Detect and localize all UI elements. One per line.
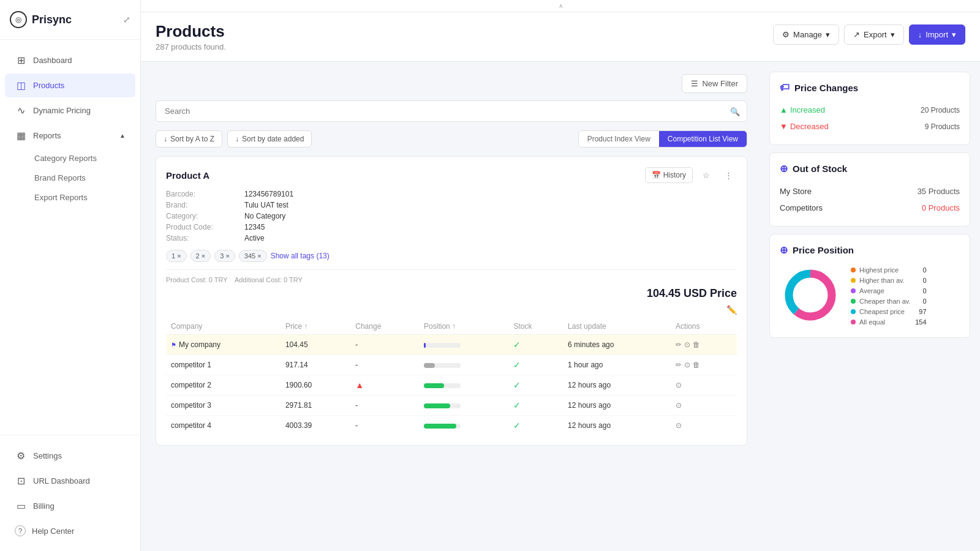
tag-2[interactable]: 2 × — [190, 250, 211, 262]
stock-check-icon: ✓ — [513, 360, 521, 370]
cell-position — [419, 355, 508, 375]
legend-label: Higher than av. — [859, 277, 911, 284]
sidebar-label-billing: Billing — [33, 501, 126, 511]
info-icon[interactable]: ⊙ — [676, 381, 682, 389]
legend-label: All equal — [859, 318, 911, 326]
sidebar-label-help: Help Center — [32, 527, 126, 536]
clock-icon[interactable]: ⊙ — [684, 340, 690, 349]
sidebar-item-reports[interactable]: ▦ Reports ▲ — [5, 124, 135, 148]
competition-list-view-button[interactable]: Competition List View — [659, 131, 747, 147]
donut-chart — [780, 264, 841, 328]
logo-icon: ◎ — [10, 11, 27, 28]
edit-icon[interactable]: ✏ — [676, 361, 682, 369]
tag-3[interactable]: 3 × — [214, 250, 235, 262]
info-icon[interactable]: ⊙ — [676, 401, 682, 410]
out-of-stock-icon: ⊕ — [780, 163, 788, 174]
product-index-view-button[interactable]: Product Index View — [579, 131, 659, 147]
brand-value: Tulu UAT test — [244, 201, 737, 209]
row-actions: ⊙ — [676, 421, 732, 430]
legend-value: 154 — [914, 318, 927, 326]
cell-stock: ✓ — [508, 375, 563, 395]
cell-change: - — [350, 335, 419, 355]
delete-icon[interactable]: 🗑 — [693, 340, 700, 349]
company-flag-icon: ⚑ — [171, 342, 176, 348]
star-button[interactable]: ☆ — [698, 167, 715, 184]
cell-stock: ✓ — [508, 355, 563, 375]
cell-company: competitor 1 — [166, 355, 281, 375]
out-of-stock-card: ⊕ Out of Stock My Store 35 Products Comp… — [769, 152, 970, 227]
cell-last-update: 12 hours ago — [563, 395, 671, 416]
main-area: ∧ Products 287 products found. ⚙ Manage … — [141, 0, 980, 551]
sort-az-icon: ↓ — [164, 135, 167, 143]
sidebar-item-brand-reports[interactable]: Brand Reports — [27, 168, 135, 187]
col-stock: Stock — [508, 318, 563, 335]
page-subtitle: 287 products found. — [156, 42, 226, 51]
price-main: 104.45 USD Price — [166, 287, 737, 300]
top-collapse-bar[interactable]: ∧ — [141, 0, 980, 12]
clock-icon[interactable]: ⊙ — [684, 361, 690, 369]
status-value: Active — [244, 234, 737, 242]
billing-icon: ▭ — [15, 500, 27, 512]
sidebar-item-products[interactable]: ◫ Products — [5, 73, 135, 97]
delete-icon[interactable]: 🗑 — [693, 361, 700, 369]
col-company: Company — [166, 318, 281, 335]
help-icon: ? — [15, 525, 26, 536]
search-input[interactable] — [156, 100, 747, 122]
price-position-title: ⊕ Price Position — [780, 244, 960, 256]
export-button[interactable]: ↗ Export ▾ — [844, 24, 904, 45]
manage-chevron-icon: ▾ — [826, 30, 830, 39]
legend-item: All equal 154 — [851, 318, 927, 326]
sidebar-item-category-reports[interactable]: Category Reports — [27, 149, 135, 168]
tag-1[interactable]: 1 × — [166, 250, 187, 262]
position-bar — [424, 363, 461, 368]
decreased-count: 9 Products — [925, 122, 960, 131]
sidebar-item-help[interactable]: ? Help Center — [5, 519, 135, 542]
sort-date-button[interactable]: ↓ Sort by date added — [227, 130, 312, 148]
competitors-label: Competitors — [780, 203, 823, 212]
edit-icon[interactable]: ✏ — [676, 340, 682, 349]
collapse-button[interactable]: ⤢ — [123, 15, 130, 24]
reports-submenu: Category Reports Brand Reports Export Re… — [0, 149, 140, 207]
export-chevron-icon: ▾ — [891, 30, 895, 39]
content-area: ☰ New Filter 🔍 ↓ Sort by A to Z — [141, 62, 980, 551]
cell-last-update: 1 hour ago — [563, 355, 671, 375]
sidebar-item-url-dashboard[interactable]: ⊡ URL Dashboard — [5, 469, 135, 493]
import-button[interactable]: ↓ Import ▾ — [909, 24, 965, 45]
sidebar-item-billing[interactable]: ▭ Billing — [5, 494, 135, 518]
col-price: Price ↑ — [281, 318, 350, 335]
sort-az-button[interactable]: ↓ Sort by A to Z — [156, 130, 222, 148]
cell-change: - — [350, 355, 419, 375]
product-info: Barcode: 123456789101 Brand: Tulu UAT te… — [166, 190, 737, 242]
info-icon[interactable]: ⊙ — [676, 421, 682, 430]
left-panel: ☰ New Filter 🔍 ↓ Sort by A to Z — [141, 62, 760, 551]
legend-item: Highest price 0 — [851, 266, 927, 274]
cell-price: 104.45 — [281, 335, 350, 355]
tag-345[interactable]: 345 × — [239, 250, 267, 262]
cell-company: competitor 3 — [166, 395, 281, 416]
search-icon: 🔍 — [730, 107, 740, 116]
cell-position — [419, 395, 508, 416]
sidebar-item-dynamic-pricing[interactable]: ∿ Dynamic Pricing — [5, 99, 135, 122]
col-actions: Actions — [671, 318, 737, 335]
new-filter-button[interactable]: ☰ New Filter — [682, 74, 747, 93]
reports-icon: ▦ — [15, 130, 27, 141]
cell-stock: ✓ — [508, 335, 563, 355]
manage-button[interactable]: ⚙ Manage ▾ — [773, 24, 839, 45]
filter-bar: ☰ New Filter — [156, 74, 747, 93]
row-actions: ✏⊙🗑 — [676, 361, 732, 369]
sidebar-item-settings[interactable]: ⚙ Settings — [5, 444, 135, 468]
legend-dot — [851, 268, 856, 272]
sidebar-item-export-reports[interactable]: Export Reports — [27, 188, 135, 207]
sidebar-item-dashboard[interactable]: ⊞ Dashboard — [5, 48, 135, 72]
table-row: competitor 3 2971.81 - ✓ 12 hours ago ⊙ — [166, 395, 737, 416]
tags-row: 1 × 2 × 3 × 345 × Show all tags (13) — [166, 250, 737, 262]
import-icon: ↓ — [918, 30, 922, 39]
cell-last-update: 6 minutes ago — [563, 335, 671, 355]
cell-company: competitor 4 — [166, 416, 281, 436]
price-position-icon: ⊕ — [780, 244, 788, 256]
legend-item: Cheapest price 97 — [851, 308, 927, 315]
history-button[interactable]: 📅 History — [645, 167, 693, 183]
edit-price-icon[interactable]: ✏️ — [726, 305, 737, 315]
more-button[interactable]: ⋮ — [720, 167, 737, 184]
show-all-tags-button[interactable]: Show all tags (13) — [271, 252, 330, 260]
